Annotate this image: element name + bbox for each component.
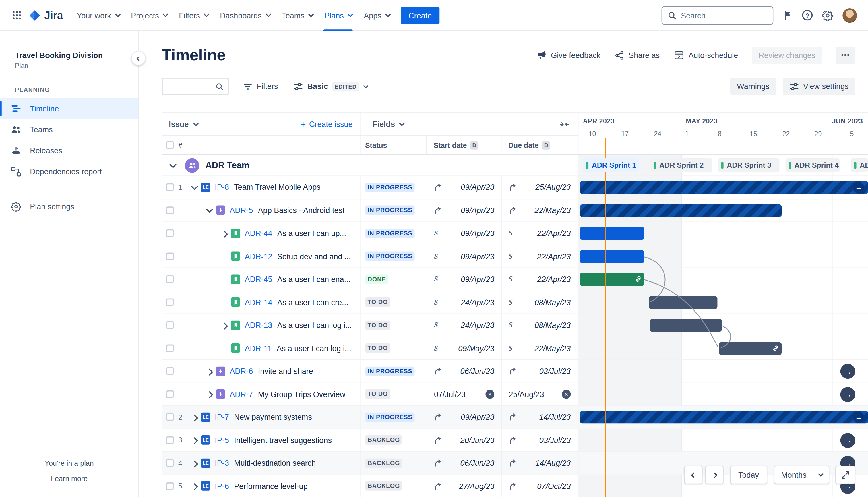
due-date-cell[interactable]: 25/Aug/23 ×: [502, 383, 578, 406]
start-date-cell[interactable]: 09/Apr/23: [428, 176, 502, 198]
issue-key-link[interactable]: ADR-7: [230, 389, 253, 398]
collapse-row-icon[interactable]: [204, 206, 215, 215]
today-button[interactable]: Today: [730, 466, 767, 484]
share-as-button[interactable]: Share as: [614, 50, 660, 60]
row-checkbox[interactable]: [166, 275, 174, 283]
issue-key-link[interactable]: ADR-13: [245, 321, 272, 330]
row-checkbox[interactable]: [166, 298, 174, 306]
due-date-cell[interactable]: S08/May/23: [502, 291, 578, 313]
sprint-chip[interactable]: ADR Sprint 5: [851, 158, 868, 172]
status-lozenge[interactable]: IN PROGRESS: [365, 229, 415, 238]
start-date-cell[interactable]: 09/Apr/23: [428, 199, 502, 222]
timeline-cell[interactable]: [578, 268, 868, 290]
timeline-cell[interactable]: [578, 245, 868, 267]
status-lozenge[interactable]: IN PROGRESS: [365, 412, 415, 422]
timeline-next-button[interactable]: [705, 466, 723, 484]
status-lozenge[interactable]: TO DO: [365, 389, 390, 399]
timeline-cell[interactable]: [578, 337, 868, 359]
jira-logo[interactable]: Jira: [26, 9, 71, 21]
due-date-cell[interactable]: 03/Jul/23: [502, 360, 578, 382]
timeline-cell[interactable]: →: [578, 176, 868, 198]
start-date-cell[interactable]: 06/Jun/23: [428, 360, 502, 382]
collapse-columns-icon[interactable]: [560, 119, 569, 129]
gantt-bar[interactable]: [580, 273, 645, 286]
collapse-team-icon[interactable]: [168, 161, 178, 170]
expand-row-icon[interactable]: [204, 389, 215, 398]
fullscreen-button[interactable]: [835, 466, 855, 484]
gantt-bar[interactable]: →: [580, 181, 868, 194]
issue-column-header[interactable]: Issue: [169, 120, 197, 129]
due-date-cell[interactable]: S22/Apr/23: [502, 268, 578, 290]
expand-row-icon[interactable]: [204, 367, 215, 375]
review-changes-button[interactable]: Review changes: [752, 46, 822, 64]
expand-row-icon[interactable]: [189, 482, 200, 491]
gantt-bar[interactable]: [580, 227, 645, 240]
start-date-cell[interactable]: 06/Jun/23: [428, 452, 502, 474]
fields-button[interactable]: Fields: [373, 120, 403, 129]
timeline-cell[interactable]: [578, 222, 868, 244]
gantt-bar[interactable]: [650, 319, 722, 332]
due-date-cell[interactable]: S22/Apr/23: [502, 222, 578, 244]
gantt-bar[interactable]: [719, 342, 782, 355]
scroll-to-bar-button[interactable]: →: [840, 433, 855, 448]
row-checkbox[interactable]: [166, 367, 174, 375]
row-checkbox[interactable]: [166, 183, 174, 191]
issue-key-link[interactable]: ADR-11: [245, 344, 272, 353]
give-feedback-button[interactable]: Give feedback: [536, 50, 601, 60]
timeline-cell[interactable]: →: [578, 360, 868, 382]
timeline-cell[interactable]: [578, 314, 868, 336]
global-search-input[interactable]: [681, 11, 767, 20]
expand-row-icon[interactable]: [189, 413, 200, 422]
nav-item-plans[interactable]: Plans: [318, 0, 358, 31]
status-lozenge[interactable]: BACKLOG: [365, 481, 402, 491]
issue-row-ADR-7[interactable]: ADR-7 My Group Trips Overview TO DO 07/J…: [162, 383, 868, 406]
start-date-cell[interactable]: S24/Apr/23: [428, 314, 502, 336]
nav-item-your-work[interactable]: Your work: [71, 0, 125, 31]
timeline-search-input[interactable]: [167, 82, 215, 91]
expand-row-icon[interactable]: [189, 458, 200, 467]
issue-key-link[interactable]: ADR-5: [230, 206, 253, 215]
issue-key-link[interactable]: IP-3: [215, 458, 229, 467]
app-switcher-button[interactable]: [8, 6, 26, 24]
nav-item-teams[interactable]: Teams: [276, 0, 318, 31]
issue-row-ADR-5[interactable]: ADR-5 App Basics - Android test IN PROGR…: [162, 199, 868, 222]
expand-row-icon[interactable]: [219, 321, 230, 330]
start-date-cell[interactable]: S09/Apr/23: [428, 268, 502, 290]
due-date-cell[interactable]: 07/Oct/23: [502, 475, 578, 497]
flag-icon[interactable]: [783, 10, 793, 20]
status-lozenge[interactable]: IN PROGRESS: [365, 366, 415, 376]
collapse-row-icon[interactable]: [189, 183, 200, 192]
issue-key-link[interactable]: ADR-6: [230, 367, 253, 375]
issue-key-link[interactable]: ADR-12: [245, 252, 272, 261]
gantt-bar[interactable]: [649, 296, 717, 309]
sprint-chip[interactable]: ADR Sprint 1: [583, 158, 639, 172]
row-checkbox[interactable]: [166, 321, 174, 329]
row-checkbox[interactable]: [166, 252, 174, 260]
settings-gear-icon[interactable]: [822, 10, 833, 21]
issue-row-ADR-14[interactable]: ADR-14 As a user I can cre... TO DO S24/…: [162, 291, 868, 314]
start-date-cell[interactable]: S24/Apr/23: [428, 291, 502, 313]
status-lozenge[interactable]: BACKLOG: [365, 435, 402, 445]
issue-row-ADR-11[interactable]: ADR-11 As a user I can log i... TO DO S0…: [162, 337, 868, 360]
global-search[interactable]: [662, 6, 773, 25]
row-checkbox[interactable]: [166, 229, 174, 237]
timeline-header[interactable]: APR 2023MAY 2023JUN 2023101724181522295: [578, 113, 868, 155]
timeline-prev-button[interactable]: [684, 466, 703, 484]
due-date-cell[interactable]: S22/Apr/23: [502, 245, 578, 267]
status-lozenge[interactable]: TO DO: [365, 343, 390, 353]
row-checkbox[interactable]: [166, 482, 174, 490]
row-checkbox[interactable]: [166, 344, 174, 352]
create-issue-button[interactable]: + Create issue: [300, 119, 352, 129]
timeline-search[interactable]: [162, 77, 229, 95]
due-date-cell[interactable]: 22/May/23: [502, 199, 578, 222]
sidebar-item-teams[interactable]: Teams: [0, 119, 138, 140]
row-checkbox[interactable]: [166, 390, 174, 398]
sprint-chip[interactable]: ADR Sprint 2: [650, 158, 712, 172]
nav-item-apps[interactable]: Apps: [358, 0, 395, 31]
zoom-level-select[interactable]: Months: [774, 466, 829, 484]
gantt-bar[interactable]: [580, 204, 782, 217]
sidebar-item-timeline[interactable]: Timeline: [0, 98, 138, 119]
nav-item-projects[interactable]: Projects: [125, 0, 173, 31]
issue-key-link[interactable]: ADR-45: [245, 275, 272, 284]
user-avatar[interactable]: [842, 8, 857, 23]
